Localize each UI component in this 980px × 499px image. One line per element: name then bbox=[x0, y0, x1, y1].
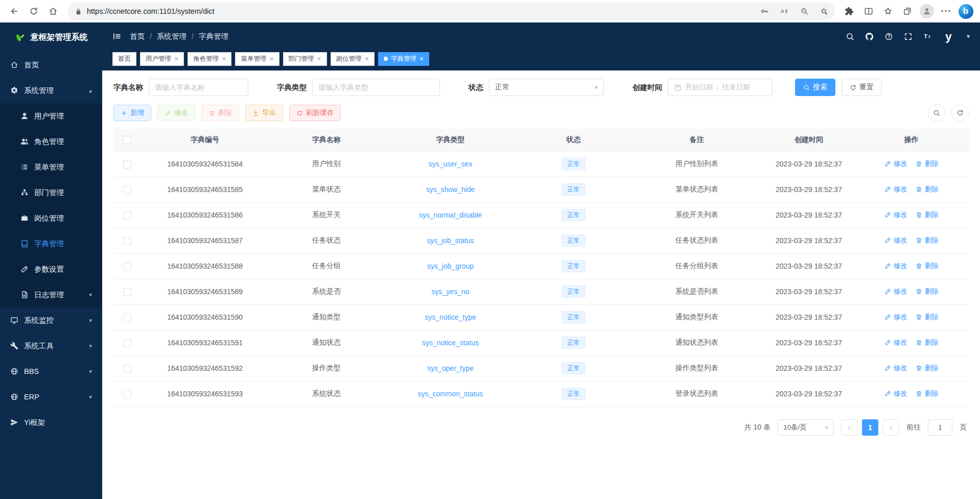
row-delete-button[interactable]: 删除 bbox=[916, 287, 939, 296]
close-icon[interactable]: × bbox=[365, 55, 369, 62]
tab-role[interactable]: 角色管理× bbox=[188, 52, 231, 66]
sidebar-item-tool[interactable]: 系统工具▾ bbox=[0, 333, 102, 359]
refresh-table-button[interactable] bbox=[951, 104, 969, 122]
sidebar-item-user[interactable]: 用户管理 bbox=[0, 103, 102, 129]
header-search-button[interactable] bbox=[846, 32, 854, 41]
sidebar-item-monitor[interactable]: 系统监控▾ bbox=[0, 307, 102, 333]
font-size-button[interactable] bbox=[923, 32, 932, 41]
row-edit-button[interactable]: 修改 bbox=[884, 364, 907, 373]
tab-post[interactable]: 岗位管理× bbox=[331, 52, 375, 66]
sidebar-item-post[interactable]: 岗位管理 bbox=[0, 205, 102, 231]
close-icon[interactable]: × bbox=[419, 55, 424, 62]
row-checkbox[interactable] bbox=[123, 263, 131, 271]
row-checkbox[interactable] bbox=[123, 211, 131, 220]
sidebar-item-dict[interactable]: 字典管理 bbox=[0, 231, 102, 256]
row-delete-button[interactable]: 删除 bbox=[916, 185, 939, 194]
edit-button[interactable]: 修改 bbox=[157, 105, 195, 121]
sidebar-item-dept[interactable]: 部门管理 bbox=[0, 180, 102, 205]
page-size-select[interactable]: 10条/页 ▾ bbox=[778, 419, 834, 436]
chevron-down-icon[interactable]: ▾ bbox=[967, 33, 970, 40]
favorites-button[interactable] bbox=[879, 3, 897, 20]
dict-type-link[interactable]: sys_notice_status bbox=[422, 339, 479, 347]
row-checkbox[interactable] bbox=[123, 339, 131, 347]
sidebar-item-system[interactable]: 系统管理▴ bbox=[0, 78, 102, 103]
sidebar-item-param[interactable]: 参数设置 bbox=[0, 256, 102, 282]
tab-dict[interactable]: 字典管理× bbox=[378, 52, 429, 66]
dict-name-input[interactable] bbox=[149, 79, 248, 96]
browser-home-button[interactable] bbox=[44, 3, 62, 20]
dict-type-link[interactable]: sys_oper_type bbox=[427, 364, 474, 372]
sidebar-item-menu[interactable]: 菜单管理 bbox=[0, 154, 102, 180]
breadcrumb-item[interactable]: 首页 bbox=[130, 32, 145, 41]
reset-button[interactable]: 重置 bbox=[842, 79, 882, 96]
row-delete-button[interactable]: 删除 bbox=[916, 338, 939, 347]
row-checkbox[interactable] bbox=[123, 186, 131, 194]
sidebar-item-erp[interactable]: ERP▾ bbox=[0, 384, 102, 410]
close-icon[interactable]: × bbox=[222, 55, 226, 62]
delete-button[interactable]: 删除 bbox=[201, 105, 239, 121]
read-aloud-button[interactable] bbox=[777, 4, 792, 18]
goto-page-field[interactable] bbox=[928, 420, 952, 435]
next-page-button[interactable]: › bbox=[883, 419, 899, 436]
goto-page-input[interactable] bbox=[928, 419, 952, 436]
row-checkbox[interactable] bbox=[123, 237, 131, 245]
github-button[interactable] bbox=[865, 32, 874, 41]
dict-type-link[interactable]: sys_yes_no bbox=[432, 288, 470, 296]
sidebar-item-role[interactable]: 角色管理 bbox=[0, 129, 102, 154]
close-icon[interactable]: × bbox=[174, 55, 178, 62]
close-icon[interactable]: × bbox=[317, 55, 321, 62]
add-button[interactable]: 新增 bbox=[113, 105, 151, 121]
sidebar-item-bbs[interactable]: BBS▾ bbox=[0, 359, 102, 384]
row-edit-button[interactable]: 修改 bbox=[884, 210, 907, 220]
select-all-checkbox[interactable] bbox=[123, 136, 131, 144]
row-edit-button[interactable]: 修改 bbox=[884, 338, 907, 347]
add-favorite-button[interactable] bbox=[816, 4, 832, 18]
browser-menu-button[interactable]: ··· bbox=[937, 3, 955, 20]
tab-user[interactable]: 用户管理× bbox=[140, 52, 184, 66]
sidebar-item-log[interactable]: 日志管理▾ bbox=[0, 282, 102, 307]
back-button[interactable] bbox=[5, 3, 24, 20]
dict-type-input-field[interactable] bbox=[318, 83, 434, 91]
show-search-button[interactable] bbox=[928, 104, 945, 122]
dict-type-link[interactable]: sys_notice_type bbox=[425, 313, 476, 321]
fullscreen-button[interactable] bbox=[904, 32, 913, 41]
row-delete-button[interactable]: 删除 bbox=[916, 364, 939, 373]
row-delete-button[interactable]: 删除 bbox=[916, 262, 939, 271]
prev-page-button[interactable]: ‹ bbox=[841, 419, 857, 436]
search-button[interactable]: 搜索 bbox=[795, 79, 835, 96]
dict-type-link[interactable]: sys_user_sex bbox=[429, 160, 473, 168]
address-bar[interactable]: https://ccnetcore.com:1101/system/dict bbox=[67, 3, 835, 20]
dict-type-link[interactable]: sys_common_status bbox=[418, 390, 483, 398]
split-screen-button[interactable] bbox=[859, 3, 878, 20]
row-edit-button[interactable]: 修改 bbox=[884, 287, 907, 296]
row-edit-button[interactable]: 修改 bbox=[884, 236, 907, 245]
close-icon[interactable]: × bbox=[269, 55, 273, 62]
row-checkbox[interactable] bbox=[123, 160, 131, 169]
dict-type-input[interactable] bbox=[312, 79, 440, 96]
row-checkbox[interactable] bbox=[123, 390, 131, 398]
row-edit-button[interactable]: 修改 bbox=[884, 389, 907, 398]
dict-type-link[interactable]: sys_job_status bbox=[427, 236, 474, 245]
date-range-picker[interactable]: 开始日期 - 结束日期 bbox=[668, 79, 773, 96]
refresh-cache-button[interactable]: 刷新缓存 bbox=[289, 105, 341, 121]
dict-type-link[interactable]: sys_show_hide bbox=[426, 185, 475, 194]
extensions-button[interactable] bbox=[840, 3, 858, 20]
row-delete-button[interactable]: 删除 bbox=[916, 210, 939, 220]
tab-home[interactable]: 首页 bbox=[112, 52, 136, 66]
row-checkbox[interactable] bbox=[123, 314, 131, 322]
reload-button[interactable] bbox=[25, 3, 43, 20]
help-button[interactable] bbox=[884, 32, 893, 41]
row-delete-button[interactable]: 删除 bbox=[916, 313, 939, 322]
user-logo-button[interactable] bbox=[943, 30, 956, 43]
password-key-button[interactable] bbox=[757, 4, 772, 18]
status-select[interactable]: 正常 ▾ bbox=[489, 79, 604, 96]
row-delete-button[interactable]: 删除 bbox=[916, 236, 939, 245]
sidebar-item-yi[interactable]: Yi框架 bbox=[0, 410, 102, 435]
row-checkbox[interactable] bbox=[123, 288, 131, 296]
row-edit-button[interactable]: 修改 bbox=[884, 159, 907, 169]
row-delete-button[interactable]: 删除 bbox=[916, 159, 939, 169]
dict-type-link[interactable]: sys_normal_disable bbox=[419, 211, 482, 219]
bing-chat-button[interactable]: b bbox=[956, 3, 975, 20]
dict-type-link[interactable]: sys_job_group bbox=[427, 262, 474, 270]
breadcrumb-item[interactable]: 系统管理 bbox=[157, 32, 186, 41]
